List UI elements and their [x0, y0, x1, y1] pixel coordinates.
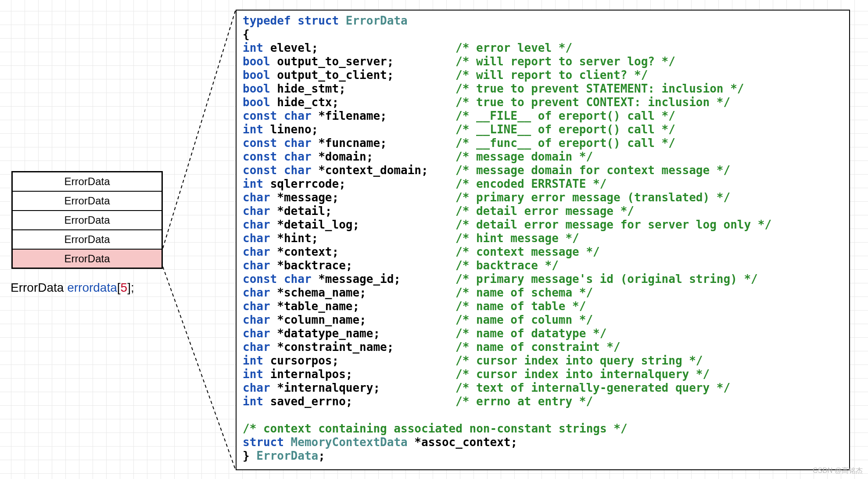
decl-size: 5	[121, 281, 128, 294]
errordata-array: ErrorDataErrorDataErrorDataErrorDataErro…	[11, 171, 163, 269]
decl-name: errordata	[67, 281, 117, 294]
watermark-text: CSDN @高铭杰	[813, 466, 863, 475]
array-cell: ErrorData	[11, 192, 163, 211]
array-cell: ErrorData	[11, 172, 163, 192]
decl-type: ErrorData	[11, 281, 64, 294]
array-cell: ErrorData	[11, 211, 163, 230]
array-declaration: ErrorData errordata[5];	[11, 281, 134, 295]
struct-definition-box: typedef struct ErrorData{int elevel;/* e…	[236, 10, 850, 470]
array-cell: ErrorData	[11, 230, 163, 250]
array-cell: ErrorData	[11, 250, 163, 269]
